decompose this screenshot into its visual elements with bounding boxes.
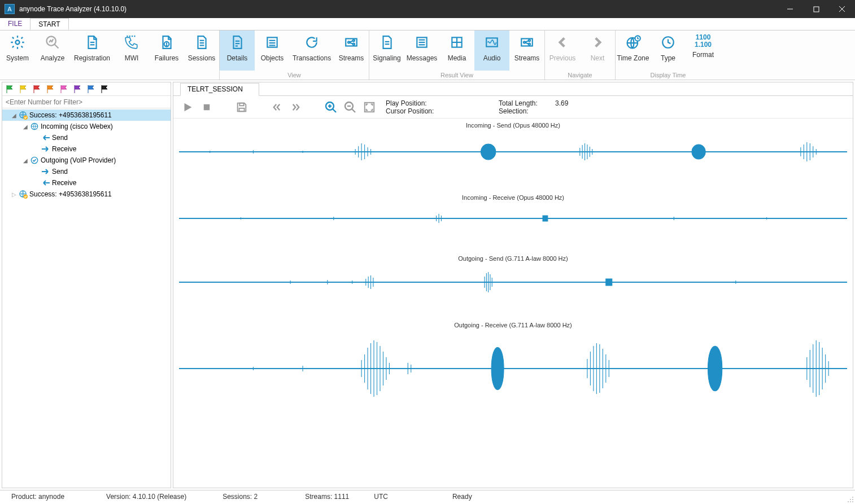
ribbon-result-streams[interactable]: Streams bbox=[509, 30, 544, 71]
tree-node-success-1[interactable]: ◢ Success: +4953638195611 bbox=[2, 109, 171, 121]
ribbon-label: Streams bbox=[514, 54, 540, 62]
tree-node-receive-2[interactable]: Receive bbox=[2, 177, 171, 189]
ribbon-streams[interactable]: Streams bbox=[334, 30, 369, 71]
ribbon-objects[interactable]: Objects bbox=[255, 30, 290, 71]
arrow-right-icon bbox=[41, 144, 50, 154]
ribbon-label: Messages bbox=[407, 54, 438, 62]
wave-track-4: Outgoing - Receive (G.711 A-law 8000 Hz) bbox=[179, 322, 847, 405]
waveform-area[interactable]: Incoming - Send (Opus 48000 Hz) bbox=[173, 119, 853, 488]
ribbon-next[interactable]: Next bbox=[580, 30, 615, 71]
ribbon-system[interactable]: System bbox=[0, 30, 35, 71]
svg-point-11 bbox=[166, 45, 167, 46]
audio-toolbar: Play Position: Total Length: 3.69 Cursor… bbox=[173, 96, 853, 119]
status-streams: Streams: 1111 bbox=[298, 493, 356, 501]
zoom-in-button[interactable] bbox=[322, 99, 339, 116]
ribbon-format[interactable]: 1100 1.100 Format bbox=[686, 30, 721, 71]
tree-node-incoming[interactable]: ◢ Incoming (cisco Webex) bbox=[2, 121, 171, 132]
tree-node-send-2[interactable]: Send bbox=[2, 166, 171, 177]
zoom-out-button[interactable] bbox=[342, 99, 359, 116]
resize-grip-icon[interactable] bbox=[847, 496, 854, 503]
play-button[interactable] bbox=[179, 99, 196, 116]
svg-rect-94 bbox=[543, 216, 548, 221]
seek-forward-button[interactable] bbox=[287, 99, 304, 116]
flag-red-icon[interactable] bbox=[33, 85, 42, 94]
ribbon-label: Objects bbox=[261, 54, 284, 62]
svg-line-6 bbox=[55, 45, 59, 49]
expand-icon[interactable]: ▷ bbox=[10, 191, 18, 198]
ribbon-label: Sessions bbox=[188, 54, 216, 62]
ribbon-messages[interactable]: Messages bbox=[404, 30, 439, 71]
ribbon-label: Format bbox=[692, 51, 714, 59]
ribbon: System Analyze Registration MWI Failures… bbox=[0, 30, 855, 80]
filter-input[interactable] bbox=[2, 96, 171, 108]
ribbon-group-navigate: Previous Next Navigate bbox=[545, 30, 616, 80]
ribbon-media[interactable]: Media bbox=[439, 30, 474, 71]
phone-icon bbox=[123, 34, 140, 51]
ribbon-label: MWI bbox=[125, 54, 139, 62]
wave-title: Outgoing - Send (G.711 A-law 8000 Hz) bbox=[179, 255, 847, 262]
stop-button[interactable] bbox=[198, 99, 215, 116]
ribbon-sessions[interactable]: Sessions bbox=[184, 30, 219, 71]
ribbon-failures[interactable]: Failures bbox=[149, 30, 184, 71]
svg-line-61 bbox=[352, 109, 355, 112]
close-button[interactable] bbox=[829, 0, 855, 18]
svg-line-43 bbox=[525, 43, 529, 44]
minimize-button[interactable] bbox=[777, 0, 803, 18]
svg-rect-55 bbox=[239, 103, 243, 106]
tree-node-outgoing[interactable]: ◢ Outgoing (VoIP Provider) bbox=[2, 155, 171, 166]
ribbon-type[interactable]: Type bbox=[651, 30, 686, 71]
tree-label: Success: +4953638195611 bbox=[29, 190, 112, 198]
svg-point-146 bbox=[852, 501, 853, 502]
arrow-left-icon bbox=[41, 178, 50, 187]
globe-clock-icon bbox=[625, 34, 642, 51]
zoom-fit-button[interactable] bbox=[361, 99, 378, 116]
collapse-icon[interactable]: ◢ bbox=[10, 112, 18, 119]
body: ◢ Success: +4953638195611 ◢ Incoming (ci… bbox=[0, 80, 855, 490]
document-lines-icon bbox=[193, 34, 210, 51]
share-icon bbox=[343, 34, 360, 51]
tree-node-success-2[interactable]: ▷ Success: +4953638195611 bbox=[2, 189, 171, 200]
ribbon-registration[interactable]: Registration bbox=[70, 30, 114, 71]
ribbon-audio[interactable]: Audio bbox=[474, 30, 509, 71]
tree-label: Outgoing (VoIP Provider) bbox=[41, 156, 116, 164]
ribbon-mwi[interactable]: MWI bbox=[114, 30, 149, 71]
ribbon-previous[interactable]: Previous bbox=[545, 30, 580, 71]
ribbon-details[interactable]: Details bbox=[220, 30, 255, 71]
ribbon-timezone[interactable]: Time Zone bbox=[616, 30, 651, 71]
seek-back-button[interactable] bbox=[268, 99, 285, 116]
menu-start[interactable]: START bbox=[30, 18, 68, 30]
list-icon bbox=[413, 34, 430, 51]
tab-session[interactable]: TELRT_SESSION bbox=[180, 83, 259, 96]
ribbon-analyze[interactable]: Analyze bbox=[35, 30, 70, 71]
svg-point-74 bbox=[481, 144, 496, 160]
flag-black-icon[interactable] bbox=[101, 85, 110, 94]
maximize-button[interactable] bbox=[803, 0, 829, 18]
ribbon-label: Streams bbox=[339, 54, 364, 62]
document-detail-icon bbox=[229, 34, 246, 51]
menu-file[interactable]: FILE bbox=[0, 18, 30, 30]
tree-node-receive-1[interactable]: Receive bbox=[2, 143, 171, 155]
ribbon-group-view: Details Objects Transactions Streams Vie… bbox=[220, 30, 369, 80]
document-alert-icon bbox=[158, 34, 175, 51]
ribbon-group-label: Navigate bbox=[545, 71, 615, 80]
flag-green-icon[interactable] bbox=[6, 85, 15, 94]
ribbon-signaling[interactable]: Signaling bbox=[369, 30, 404, 71]
tree-node-send-1[interactable]: Send bbox=[2, 132, 171, 143]
main-panel: TELRT_SESSION Play Position: Total Lengt… bbox=[173, 82, 853, 488]
ribbon-label: Signaling bbox=[373, 54, 400, 62]
flag-pink-icon[interactable] bbox=[60, 85, 69, 94]
filter-box bbox=[2, 96, 171, 108]
total-length-value: 3.69 bbox=[555, 99, 589, 107]
svg-point-144 bbox=[852, 499, 853, 500]
flag-orange-icon[interactable] bbox=[46, 85, 55, 94]
collapse-icon[interactable]: ◢ bbox=[21, 157, 29, 164]
chevron-right-icon bbox=[589, 34, 606, 51]
tab-strip: TELRT_SESSION bbox=[173, 82, 853, 96]
collapse-icon[interactable]: ◢ bbox=[21, 124, 29, 130]
flag-purple-icon[interactable] bbox=[73, 85, 82, 94]
flag-blue-icon[interactable] bbox=[87, 85, 96, 94]
save-button[interactable] bbox=[233, 99, 250, 116]
ribbon-transactions[interactable]: Transactions bbox=[290, 30, 334, 71]
flag-yellow-icon[interactable] bbox=[19, 85, 28, 94]
selection-label: Selection: bbox=[499, 107, 555, 115]
